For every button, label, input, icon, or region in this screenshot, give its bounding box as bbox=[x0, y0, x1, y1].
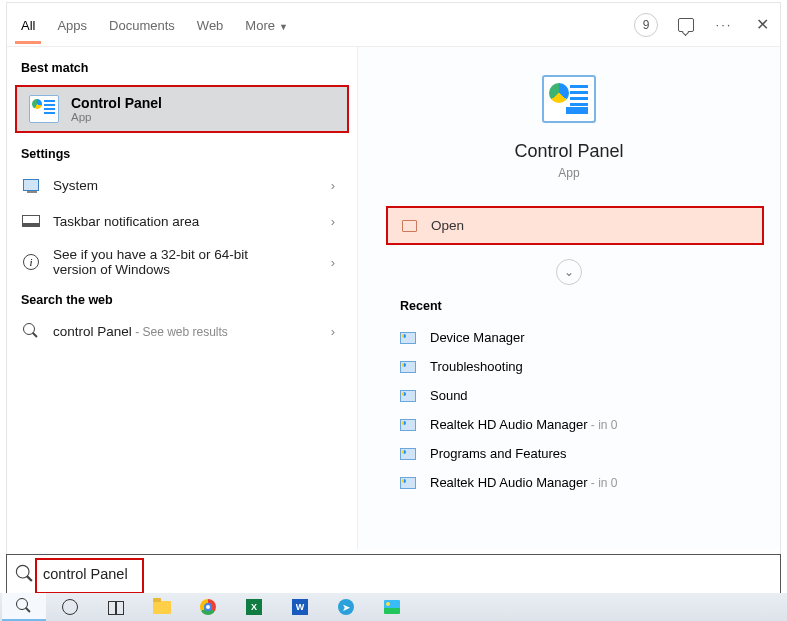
settings-item-bitness[interactable]: i See if you have a 32-bit or 64-bit ver… bbox=[7, 239, 357, 285]
recent-label: Realtek HD Audio Manager bbox=[430, 417, 588, 432]
filter-tabs: All Apps Documents Web More▼ bbox=[19, 6, 634, 43]
search-web-heading: Search the web bbox=[7, 285, 357, 313]
cpl-item-icon bbox=[400, 390, 416, 402]
recent-item[interactable]: Device Manager bbox=[368, 323, 770, 352]
settings-item-label: See if you have a 32-bit or 64-bit versi… bbox=[53, 247, 293, 277]
open-action[interactable]: Open bbox=[386, 206, 764, 245]
recent-heading: Recent bbox=[368, 285, 770, 323]
search-icon bbox=[16, 565, 34, 583]
photos-icon bbox=[384, 600, 400, 614]
tab-documents[interactable]: Documents bbox=[107, 6, 177, 43]
web-result-label: control Panel bbox=[53, 324, 132, 339]
preview-subtitle: App bbox=[558, 166, 579, 180]
search-bar[interactable] bbox=[6, 554, 781, 594]
results-body: Best match Control Panel App Settings Sy… bbox=[7, 47, 780, 549]
recent-sub: - in 0 bbox=[588, 418, 618, 432]
taskbar-search-button[interactable] bbox=[2, 593, 46, 621]
monitor-icon bbox=[21, 175, 41, 195]
settings-item-system[interactable]: System › bbox=[7, 167, 357, 203]
settings-item-label: System bbox=[53, 178, 98, 193]
chevron-right-icon: › bbox=[331, 178, 343, 193]
chevron-right-icon: › bbox=[331, 214, 343, 229]
search-icon bbox=[16, 598, 32, 614]
recent-label: Device Manager bbox=[430, 330, 525, 345]
recent-label: Troubleshooting bbox=[430, 359, 523, 374]
search-icon bbox=[21, 321, 41, 341]
cpl-item-icon bbox=[400, 448, 416, 460]
recent-label: Sound bbox=[430, 388, 468, 403]
search-input[interactable] bbox=[43, 566, 770, 582]
word-icon: W bbox=[292, 599, 308, 615]
taskbar-chrome-button[interactable] bbox=[186, 593, 230, 621]
close-button[interactable]: ✕ bbox=[752, 15, 772, 35]
tab-all[interactable]: All bbox=[19, 6, 37, 43]
file-explorer-icon bbox=[153, 601, 171, 614]
expand-actions-button[interactable]: ⌄ bbox=[556, 259, 582, 285]
recent-item[interactable]: Realtek HD Audio Manager - in 0 bbox=[368, 410, 770, 439]
results-left-column: Best match Control Panel App Settings Sy… bbox=[7, 47, 357, 549]
recent-label: Realtek HD Audio Manager bbox=[430, 475, 588, 490]
tab-web[interactable]: Web bbox=[195, 6, 226, 43]
rewards-badge[interactable]: 9 bbox=[634, 13, 658, 37]
cpl-item-icon bbox=[400, 419, 416, 431]
taskbar-telegram-button[interactable]: ➤ bbox=[324, 593, 368, 621]
control-panel-icon bbox=[29, 95, 59, 123]
control-panel-large-icon bbox=[542, 75, 596, 123]
best-match-title: Control Panel bbox=[71, 95, 162, 111]
web-result-sub: - See web results bbox=[132, 325, 228, 339]
recent-item[interactable]: Sound bbox=[368, 381, 770, 410]
search-window: All Apps Documents Web More▼ 9 ··· ✕ Bes… bbox=[6, 2, 781, 616]
taskbar-taskview-button[interactable] bbox=[94, 593, 138, 621]
taskbar: X W ➤ bbox=[0, 593, 787, 621]
recent-item[interactable]: Realtek HD Audio Manager - in 0 bbox=[368, 468, 770, 497]
feedback-icon bbox=[678, 18, 694, 32]
best-match-subtitle: App bbox=[71, 111, 162, 123]
cpl-item-icon bbox=[400, 361, 416, 373]
tab-more[interactable]: More▼ bbox=[243, 6, 290, 43]
recent-item[interactable]: Troubleshooting bbox=[368, 352, 770, 381]
taskbar-explorer-button[interactable] bbox=[140, 593, 184, 621]
recent-label: Programs and Features bbox=[430, 446, 567, 461]
chevron-down-icon: ▼ bbox=[279, 22, 288, 32]
more-options-button[interactable]: ··· bbox=[714, 15, 734, 35]
feedback-button[interactable] bbox=[676, 15, 696, 35]
preview-title: Control Panel bbox=[514, 141, 623, 162]
cpl-item-icon bbox=[400, 332, 416, 344]
recent-item[interactable]: Programs and Features bbox=[368, 439, 770, 468]
taskbar-icon bbox=[21, 211, 41, 231]
cortana-icon bbox=[62, 599, 78, 615]
header-bar: All Apps Documents Web More▼ 9 ··· ✕ bbox=[7, 3, 780, 47]
excel-icon: X bbox=[246, 599, 262, 615]
info-icon: i bbox=[21, 252, 41, 272]
tab-apps[interactable]: Apps bbox=[55, 6, 89, 43]
header-actions: 9 ··· ✕ bbox=[634, 13, 772, 37]
telegram-icon: ➤ bbox=[338, 599, 354, 615]
best-match-result[interactable]: Control Panel App bbox=[15, 85, 349, 133]
best-match-heading: Best match bbox=[7, 53, 357, 81]
settings-item-label: Taskbar notification area bbox=[53, 214, 199, 229]
preview-pane: Control Panel App Open ⌄ Recent Device M… bbox=[357, 47, 780, 549]
settings-item-taskbar[interactable]: Taskbar notification area › bbox=[7, 203, 357, 239]
web-result-item[interactable]: control Panel - See web results › bbox=[7, 313, 357, 349]
chrome-icon bbox=[200, 599, 216, 615]
taskbar-excel-button[interactable]: X bbox=[232, 593, 276, 621]
taskbar-photos-button[interactable] bbox=[370, 593, 414, 621]
taskbar-word-button[interactable]: W bbox=[278, 593, 322, 621]
recent-sub: - in 0 bbox=[588, 476, 618, 490]
settings-heading: Settings bbox=[7, 139, 357, 167]
taskbar-cortana-button[interactable] bbox=[48, 593, 92, 621]
chevron-right-icon: › bbox=[331, 255, 343, 270]
task-view-icon bbox=[108, 601, 124, 613]
open-icon bbox=[402, 220, 417, 232]
cpl-item-icon bbox=[400, 477, 416, 489]
open-label: Open bbox=[431, 218, 464, 233]
chevron-right-icon: › bbox=[331, 324, 343, 339]
